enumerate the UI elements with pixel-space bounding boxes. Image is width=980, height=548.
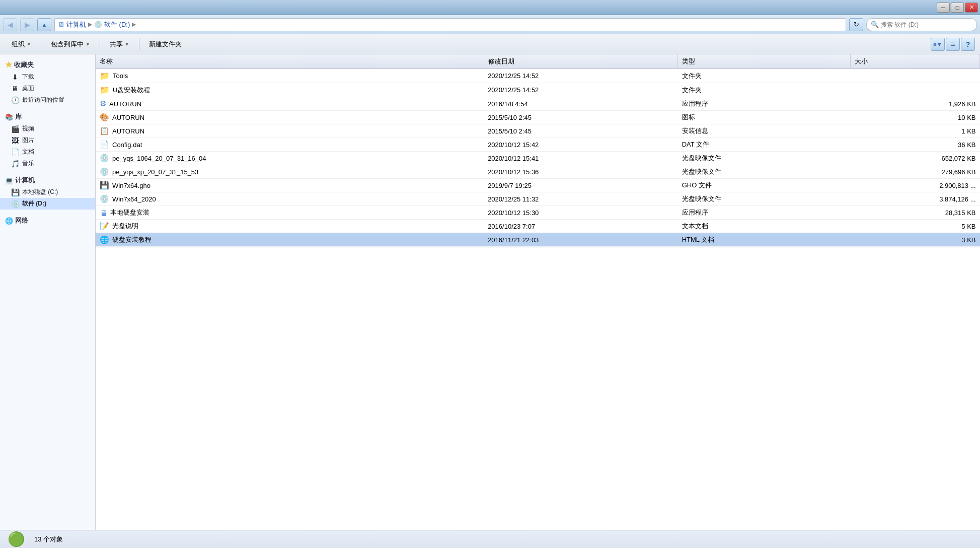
up-button[interactable]: ▲ [37, 18, 51, 31]
file-type: 光盘映像文件 [678, 152, 851, 165]
status-bar: 🟢 13 个对象 [0, 530, 980, 548]
toolbar-divider1 [41, 38, 41, 50]
file-size: 279,696 KB [850, 165, 979, 179]
file-type: 图标 [678, 111, 851, 124]
computer-header[interactable]: 💻 计算机 [0, 174, 95, 186]
file-type: 应用程序 [678, 206, 851, 220]
status-count: 13 个对象 [34, 535, 63, 544]
sidebar-item-documents[interactable]: 📄 文档 [0, 146, 95, 158]
file-name: U盘安装教程 [113, 86, 150, 95]
share-button[interactable]: 共享 ▼ [103, 37, 136, 52]
new-folder-button[interactable]: 新建文件夹 [142, 37, 188, 52]
back-button[interactable]: ◀ [3, 18, 17, 31]
computer-section: 💻 计算机 💾 本地磁盘 (C:) 💿 软件 (D:) [0, 174, 95, 210]
music-label: 音乐 [22, 159, 34, 168]
table-row[interactable]: 📝光盘说明2016/10/23 7:07文本文档5 KB [96, 220, 980, 233]
file-date: 2020/12/25 14:52 [484, 69, 678, 83]
file-list: 名称 修改日期 类型 大小 📁Tools2020/12/25 14:52文件夹📁… [96, 54, 980, 530]
network-header[interactable]: 🌐 网络 [0, 215, 95, 227]
file-type: HTML 文档 [678, 233, 851, 247]
table-row[interactable]: 🎨AUTORUN2015/5/10 2:45图标10 KB [96, 111, 980, 124]
file-name: pe_yqs_xp_20_07_31_15_53 [112, 168, 198, 176]
file-date: 2020/10/12 15:30 [484, 206, 678, 220]
table-row[interactable]: 💾Win7x64.gho2019/9/7 19:25GHO 文件2,900,81… [96, 179, 980, 192]
maximize-button[interactable]: □ [951, 3, 964, 13]
file-date: 2020/10/12 15:42 [484, 138, 678, 152]
preview-pane-button[interactable]: ☰ [946, 38, 960, 51]
breadcrumb-computer[interactable]: 计算机 [66, 20, 86, 29]
sidebar-item-recent[interactable]: 🕐 最近访问的位置 [0, 94, 95, 106]
search-box[interactable]: 🔍 [866, 18, 977, 31]
table-row[interactable]: 💿pe_yqs_1064_20_07_31_16_042020/10/12 15… [96, 152, 980, 165]
pictures-icon: 🖼 [11, 136, 19, 145]
table-row[interactable]: 💿pe_yqs_xp_20_07_31_15_532020/10/12 15:3… [96, 165, 980, 179]
sidebar-item-video[interactable]: 🎬 视频 [0, 123, 95, 134]
col-date-header[interactable]: 修改日期 [484, 54, 678, 69]
file-type: 文件夹 [678, 69, 851, 83]
sidebar: ★ 收藏夹 ⬇ 下载 🖥 桌面 🕐 最近访问的位置 📚 库 🎬 [0, 54, 96, 530]
drive-d-icon: 💿 [11, 200, 19, 208]
computer-icon: 🖥 [58, 21, 64, 28]
table-row[interactable]: 📁Tools2020/12/25 14:52文件夹 [96, 69, 980, 83]
favorites-header[interactable]: ★ 收藏夹 [0, 58, 95, 71]
file-tbody: 📁Tools2020/12/25 14:52文件夹📁U盘安装教程2020/12/… [96, 69, 980, 247]
breadcrumb-sep1: ▶ [88, 21, 92, 28]
file-name: AUTORUN [112, 114, 144, 121]
col-type-header[interactable]: 类型 [678, 54, 851, 69]
file-type: 光盘映像文件 [678, 165, 851, 179]
file-name: pe_yqs_1064_20_07_31_16_04 [112, 155, 206, 162]
table-row[interactable]: 🌐硬盘安装教程2016/11/21 22:03HTML 文档3 KB [96, 233, 980, 247]
computer-icon2: 💻 [5, 177, 13, 184]
sidebar-item-pictures[interactable]: 🖼 图片 [0, 134, 95, 146]
toolbar-divider3 [139, 38, 139, 50]
file-size: 1 KB [850, 124, 979, 138]
sidebar-item-drive-d[interactable]: 💿 软件 (D:) [0, 198, 95, 210]
sidebar-item-drive-c[interactable]: 💾 本地磁盘 (C:) [0, 186, 95, 198]
library-header[interactable]: 📚 库 [0, 111, 95, 123]
file-date: 2020/10/12 15:36 [484, 165, 678, 179]
file-date: 2020/12/25 14:52 [484, 83, 678, 97]
address-bar: ◀ ▶ ▲ 🖥 计算机 ▶ 💿 软件 (D:) ▶ ↻ 🔍 [0, 15, 980, 34]
organize-button[interactable]: 组织 ▼ [5, 37, 38, 52]
file-size: 3,874,126 ... [850, 192, 979, 206]
drive-d-label: 软件 (D:) [22, 199, 46, 208]
breadcrumb: 🖥 计算机 ▶ 💿 软件 (D:) ▶ [54, 18, 846, 31]
network-section: 🌐 网络 [0, 215, 95, 227]
file-name: AUTORUN [112, 127, 144, 135]
breadcrumb-sep2: ▶ [132, 21, 136, 28]
search-input[interactable] [881, 21, 972, 28]
table-row[interactable]: 📋AUTORUN2015/5/10 2:45安装信息1 KB [96, 124, 980, 138]
forward-button[interactable]: ▶ [20, 18, 34, 31]
help-button[interactable]: ? [961, 38, 975, 51]
star-icon: ★ [5, 60, 12, 70]
minimize-button[interactable]: ─ [937, 3, 950, 13]
close-button[interactable]: ✕ [965, 3, 978, 13]
file-size: 2,900,813 ... [850, 179, 979, 192]
download-label: 下载 [22, 73, 34, 81]
view-toggle-button[interactable]: ≡▼ [931, 38, 945, 51]
file-type: GHO 文件 [678, 179, 851, 192]
sidebar-item-desktop[interactable]: 🖥 桌面 [0, 83, 95, 94]
refresh-button[interactable]: ↻ [849, 18, 863, 31]
col-size-header[interactable]: 大小 [850, 54, 979, 69]
pictures-label: 图片 [22, 136, 34, 145]
file-size: 5 KB [850, 220, 979, 233]
table-row[interactable]: 🖥本地硬盘安装2020/10/12 15:30应用程序28,315 KB [96, 206, 980, 220]
file-name: 硬盘安装教程 [112, 235, 152, 244]
new-folder-label: 新建文件夹 [149, 40, 182, 49]
col-name-header[interactable]: 名称 [96, 54, 484, 69]
sidebar-item-download[interactable]: ⬇ 下载 [0, 71, 95, 83]
video-icon: 🎬 [11, 125, 19, 133]
breadcrumb-drive[interactable]: 软件 (D:) [104, 20, 130, 29]
table-row[interactable]: 💿Win7x64_20202020/12/25 11:32光盘映像文件3,874… [96, 192, 980, 206]
include-library-button[interactable]: 包含到库中 ▼ [44, 37, 97, 52]
table-row[interactable]: ⚙AUTORUN2016/1/8 4:54应用程序1,926 KB [96, 97, 980, 111]
recent-label: 最近访问的位置 [22, 96, 64, 104]
table-row[interactable]: 📄Config.dat2020/10/12 15:42DAT 文件36 KB [96, 138, 980, 152]
table-row[interactable]: 📁U盘安装教程2020/12/25 14:52文件夹 [96, 83, 980, 97]
file-type: 文本文档 [678, 220, 851, 233]
video-label: 视频 [22, 124, 34, 133]
file-type: 光盘映像文件 [678, 192, 851, 206]
search-icon: 🔍 [871, 21, 879, 28]
sidebar-item-music[interactable]: 🎵 音乐 [0, 158, 95, 169]
